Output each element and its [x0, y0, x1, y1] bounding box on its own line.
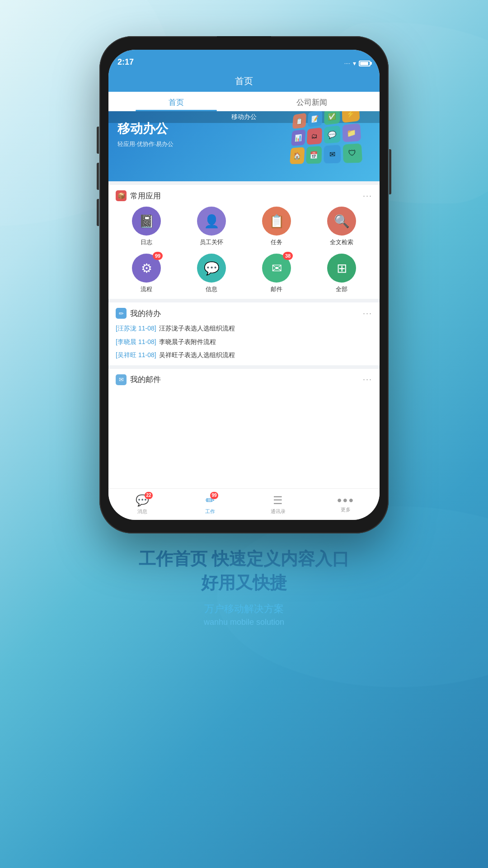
app-all-icon-wrap: ⊞: [327, 254, 356, 283]
apps-section-icon: 📦: [116, 190, 127, 201]
mail-section-title: 我的邮件: [130, 374, 161, 385]
app-message-icon: 💬: [197, 254, 226, 283]
nav-more-icon-wrap: ●●●: [337, 495, 355, 505]
nav-messages[interactable]: 💬 22 消息: [108, 489, 176, 520]
tab-news[interactable]: 公司新闻: [244, 92, 380, 111]
battery-fill: [360, 62, 368, 65]
app-message-label: 信息: [206, 285, 217, 293]
bottom-nav: 💬 22 消息 ✏ 99 工作 ☰: [108, 488, 380, 520]
nav-messages-badge: 22: [145, 492, 153, 499]
tabs-row: 首页 公司新闻: [108, 92, 380, 111]
grid-item-9: 🏠: [290, 147, 305, 164]
banner-title: 移动办公: [117, 120, 174, 137]
todo-list: [汪苏泷 11-08] 汪苏泷子表选人选组织流程 [李晓晨 11-08] 李晓晨…: [116, 324, 372, 360]
todo-date-0: 11-08]: [138, 324, 156, 333]
grid-item-11: ✉: [324, 145, 341, 163]
nav-contacts[interactable]: ☰ 通讯录: [244, 489, 312, 520]
todo-sender-1: [李晓晨: [116, 338, 136, 347]
section-header-todo: ✏ 我的待办 ···: [116, 308, 372, 319]
common-apps-section: 📦 常用应用 ··· 📓 日志: [108, 185, 380, 299]
mail-section: ✉ 我的邮件 ···: [108, 369, 380, 488]
grid-item-6: 🗂: [307, 127, 322, 145]
nav-more-icon: ●●●: [337, 495, 355, 505]
phone-frame: 2:17 ···· ▾ 首页 首页 公司新闻: [99, 36, 389, 533]
todo-sender-0: [汪苏泷: [116, 324, 136, 333]
nav-work-badge: 99: [210, 492, 218, 499]
app-diary[interactable]: 📓 日志: [116, 207, 177, 246]
app-task-label: 任务: [271, 238, 282, 246]
apps-section-title: 常用应用: [130, 191, 161, 201]
app-diary-label: 日志: [141, 238, 152, 246]
todo-content-1: 李晓晨子表附件流程: [159, 338, 216, 347]
banner-subtitle: 轻应用·优协作·易办公: [117, 140, 174, 148]
todo-section: ✏ 我的待办 ··· [汪苏泷 11-08] 汪苏泷子表选人选组织流程 [李晓晨: [108, 302, 380, 365]
app-message-icon-wrap: 💬: [197, 254, 226, 283]
app-diary-icon: 📓: [132, 207, 161, 236]
app-mail-icon-wrap: ✉ 38: [262, 254, 291, 283]
phone-notch: [217, 36, 271, 47]
todo-item-2[interactable]: [吴祥旺 11-08] 吴祥旺子表选人选组织流程: [116, 351, 372, 360]
app-search-icon-wrap: 🔍: [327, 207, 356, 236]
nav-work-label: 工作: [205, 508, 215, 515]
app-grid: 📓 日志 👤 员工关怀 📋: [116, 207, 372, 293]
app-care[interactable]: 👤 员工关怀: [181, 207, 242, 246]
section-title-row-apps: 📦 常用应用: [116, 190, 161, 201]
app-care-icon: 👤: [197, 207, 226, 236]
phone-screen: 2:17 ···· ▾ 首页 首页 公司新闻: [108, 50, 380, 520]
nav-work[interactable]: ✏ 99 工作: [176, 489, 244, 520]
todo-content-0: 汪苏泷子表选人选组织流程: [159, 324, 235, 333]
todo-sender-2: [吴祥旺: [116, 351, 136, 360]
nav-contacts-icon-wrap: ☰: [273, 494, 283, 507]
grid-item-10: 📅: [306, 146, 322, 164]
todo-section-title: 我的待办: [130, 308, 161, 319]
battery-icon: [359, 61, 371, 66]
app-flow-badge: 99: [153, 252, 163, 260]
banner-grid: 📋 📝 ✅ ⚡ 📊 🗂 💬 📁 🏠 📅 ✉ 🛡: [290, 111, 380, 164]
nav-contacts-icon: ☰: [273, 494, 283, 506]
grid-item-1: 📋: [292, 113, 306, 129]
status-bar: 2:17 ···· ▾: [108, 50, 380, 70]
screen-content: 移动办公 轻应用·优协作·易办公 📋 📝 ✅ ⚡ 📊 🗂 💬 📁: [108, 111, 380, 520]
todo-item-1[interactable]: [李晓晨 11-08] 李晓晨子表附件流程: [116, 338, 372, 347]
todo-date-1: 11-08]: [138, 338, 156, 347]
section-header-apps: 📦 常用应用 ···: [116, 190, 372, 201]
todo-section-more[interactable]: ···: [363, 309, 372, 318]
nav-more[interactable]: ●●● 更多: [312, 489, 380, 520]
todo-section-icon: ✏: [116, 308, 127, 319]
app-all-label: 全部: [336, 285, 347, 293]
nav-messages-label: 消息: [137, 508, 147, 515]
tab-home[interactable]: 首页: [108, 92, 244, 111]
section-header-mail: ✉ 我的邮件 ···: [116, 374, 372, 385]
app-search-icon: 🔍: [327, 207, 356, 236]
app-task[interactable]: 📋 任务: [246, 207, 307, 246]
nav-messages-icon-wrap: 💬 22: [136, 494, 149, 507]
todo-content-2: 吴祥旺子表选人选组织流程: [159, 351, 235, 360]
nav-contacts-label: 通讯录: [271, 508, 286, 515]
todo-item-0[interactable]: [汪苏泷 11-08] 汪苏泷子表选人选组织流程: [116, 324, 372, 333]
grid-item-4: ⚡: [342, 111, 360, 123]
app-task-icon-wrap: 📋: [262, 207, 291, 236]
app-search-label: 全文检索: [330, 238, 353, 246]
grid-item-2: 📝: [308, 111, 323, 127]
app-care-icon-wrap: 👤: [197, 207, 226, 236]
todo-date-2: 11-08]: [138, 351, 156, 360]
app-all[interactable]: ⊞ 全部: [311, 254, 372, 293]
app-search[interactable]: 🔍 全文检索: [311, 207, 372, 246]
nav-work-icon-wrap: ✏ 99: [206, 494, 215, 507]
app-diary-icon-wrap: 📓: [132, 207, 161, 236]
mail-section-more[interactable]: ···: [363, 375, 372, 384]
apps-section-more[interactable]: ···: [363, 191, 372, 201]
section-title-row-mail: ✉ 我的邮件: [116, 374, 161, 385]
app-flow-label: 流程: [141, 285, 152, 293]
app-flow[interactable]: ⚙ 99 流程: [116, 254, 177, 293]
signal-icon: ····: [344, 60, 350, 66]
grid-item-12: 🛡: [343, 143, 362, 163]
app-task-icon: 📋: [262, 207, 291, 236]
app-mail[interactable]: ✉ 38 邮件: [246, 254, 307, 293]
status-icons: ···· ▾: [344, 60, 371, 67]
grid-item-5: 📊: [291, 129, 305, 146]
app-message[interactable]: 💬 信息: [181, 254, 242, 293]
wifi-icon: ▾: [353, 60, 356, 67]
phone-mockup: 2:17 ···· ▾ 首页 首页 公司新闻: [99, 36, 389, 533]
app-care-label: 员工关怀: [200, 238, 223, 246]
